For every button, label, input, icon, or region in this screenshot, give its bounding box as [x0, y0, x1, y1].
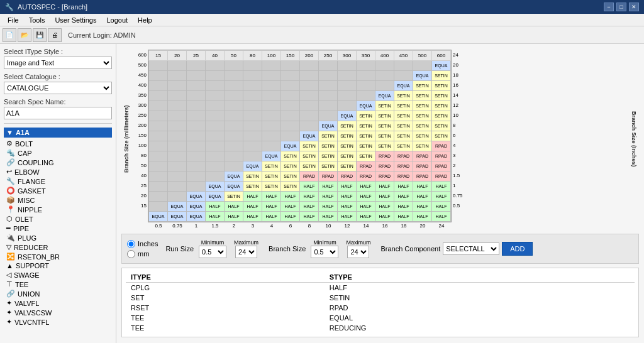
grid-cell[interactable]: EQUA — [187, 212, 206, 222]
grid-cell[interactable] — [168, 182, 187, 192]
tree-item-valvfl[interactable]: ✦VALVFL — [4, 298, 112, 308]
grid-cell[interactable]: SETIN — [281, 172, 300, 182]
grid-cell[interactable]: HALF — [225, 202, 243, 212]
grid-cell[interactable]: HALF — [338, 212, 357, 222]
grid-cell[interactable]: EQUA — [262, 151, 281, 161]
grid-cell[interactable]: SETIN — [243, 172, 262, 182]
mm-radio[interactable] — [127, 250, 135, 258]
grid-cell[interactable]: HALF — [300, 202, 319, 212]
grid-cell[interactable]: SETIN — [432, 121, 451, 131]
grid-cell[interactable]: SETIN — [394, 131, 413, 141]
grid-cell[interactable] — [149, 121, 168, 131]
grid-cell[interactable]: EQUA — [206, 192, 225, 202]
open-button[interactable]: 📂 — [18, 28, 31, 42]
grid-cell[interactable]: RPAD — [300, 172, 319, 182]
maximize-button[interactable]: □ — [616, 3, 626, 11]
grid-cell[interactable] — [375, 71, 394, 81]
grid-cell[interactable] — [413, 61, 432, 71]
grid-cell[interactable]: SETIN — [413, 101, 432, 111]
grid-cell[interactable]: SETIN — [338, 151, 357, 161]
grid-cell[interactable]: SETIN — [357, 131, 375, 141]
grid-cell[interactable] — [243, 111, 262, 121]
tree-item-coupling[interactable]: 🔗COUPLING — [4, 158, 112, 167]
grid-cell[interactable]: HALF — [206, 202, 225, 212]
tree-item-valvscsw[interactable]: ✦VALVSCSW — [4, 308, 112, 317]
grid-cell[interactable] — [225, 91, 243, 101]
grid-cell[interactable] — [168, 172, 187, 182]
grid-cell[interactable] — [281, 121, 300, 131]
grid-cell[interactable]: SETIN — [413, 111, 432, 121]
grid-cell[interactable] — [168, 161, 187, 172]
grid-cell[interactable]: HALF — [338, 182, 357, 192]
grid-cell[interactable] — [187, 172, 206, 182]
grid-cell[interactable] — [281, 81, 300, 91]
grid-cell[interactable] — [338, 71, 357, 81]
grid-cell[interactable]: HALF — [243, 202, 262, 212]
grid-cell[interactable]: SETIN — [375, 141, 394, 151]
grid-cell[interactable] — [262, 81, 281, 91]
print-button[interactable]: 🖨 — [48, 28, 62, 42]
grid-cell[interactable]: HALF — [206, 212, 225, 222]
grid-cell[interactable] — [243, 121, 262, 131]
grid-cell[interactable] — [225, 111, 243, 121]
tree-item-olet[interactable]: ⬡OLET — [4, 214, 112, 224]
grid-cell[interactable] — [243, 61, 262, 71]
grid-cell[interactable]: SETIN — [300, 141, 319, 151]
grid-cell[interactable] — [168, 192, 187, 202]
grid-cell[interactable] — [168, 71, 187, 81]
grid-cell[interactable]: SETIN — [357, 151, 375, 161]
grid-cell[interactable] — [187, 141, 206, 151]
grid-cell[interactable]: RPAD — [394, 151, 413, 161]
grid-cell[interactable]: SETIN — [262, 182, 281, 192]
grid-cell[interactable]: HALF — [432, 202, 451, 212]
grid-cell[interactable]: EQUA — [375, 91, 394, 101]
grid-cell[interactable]: EQUA — [357, 101, 375, 111]
grid-cell[interactable] — [168, 141, 187, 151]
grid-cell[interactable]: SETIN — [281, 161, 300, 172]
grid-cell[interactable]: HALF — [319, 212, 338, 222]
grid-cell[interactable] — [149, 91, 168, 101]
grid-cell[interactable] — [225, 151, 243, 161]
grid-cell[interactable]: HALF — [243, 192, 262, 202]
grid-cell[interactable] — [300, 101, 319, 111]
grid-cell[interactable]: SETIN — [394, 91, 413, 101]
inches-radio-label[interactable]: Inches — [127, 240, 158, 248]
grid-cell[interactable] — [300, 81, 319, 91]
grid-cell[interactable] — [168, 151, 187, 161]
grid-cell[interactable] — [149, 151, 168, 161]
grid-cell[interactable]: HALF — [413, 202, 432, 212]
grid-cell[interactable] — [187, 161, 206, 172]
grid-cell[interactable] — [149, 161, 168, 172]
grid-cell[interactable]: SETIN — [338, 131, 357, 141]
grid-cell[interactable]: HALF — [394, 202, 413, 212]
grid-cell[interactable] — [206, 151, 225, 161]
grid-cell[interactable] — [338, 101, 357, 111]
grid-cell[interactable] — [149, 61, 168, 71]
tree-item-gasket[interactable]: ⭕GASKET — [4, 186, 112, 195]
grid-cell[interactable]: HALF — [300, 192, 319, 202]
grid-cell[interactable] — [206, 101, 225, 111]
grid-cell[interactable]: SETIN — [375, 131, 394, 141]
grid-cell[interactable] — [262, 121, 281, 131]
grid-cell[interactable]: SETIN — [319, 161, 338, 172]
grid-cell[interactable] — [243, 151, 262, 161]
grid-cell[interactable] — [149, 172, 168, 182]
grid-cell[interactable] — [149, 202, 168, 212]
grid-cell[interactable] — [357, 81, 375, 91]
grid-cell[interactable] — [206, 141, 225, 151]
grid-cell[interactable]: EQUA — [243, 161, 262, 172]
grid-cell[interactable]: SETIN — [262, 161, 281, 172]
grid-cell[interactable] — [206, 61, 225, 71]
grid-cell[interactable] — [300, 91, 319, 101]
grid-cell[interactable]: SETIN — [319, 131, 338, 141]
grid-cell[interactable]: SETIN — [357, 121, 375, 131]
grid-cell[interactable] — [149, 131, 168, 141]
grid-cell[interactable] — [225, 121, 243, 131]
grid-cell[interactable]: HALF — [394, 192, 413, 202]
grid-cell[interactable]: RPAD — [413, 161, 432, 172]
grid-cell[interactable]: RPAD — [432, 151, 451, 161]
tree-item-rseton_br[interactable]: 🔀RSETON_BR — [4, 252, 112, 261]
grid-cell[interactable]: HALF — [262, 202, 281, 212]
grid-cell[interactable]: HALF — [375, 202, 394, 212]
grid-cell[interactable] — [225, 141, 243, 151]
